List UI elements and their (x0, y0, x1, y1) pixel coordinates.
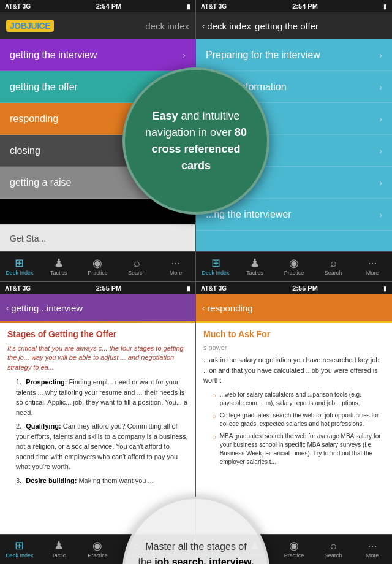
tab-label-search-q4: Search (325, 552, 342, 558)
battery-q3: ▮ (187, 285, 190, 292)
search-icon-q4: ⌕ (330, 540, 337, 551)
nav-bar-q3: ‹ getting...interview (0, 294, 195, 321)
tab-more-q4[interactable]: ··· More (353, 535, 392, 564)
battery-q2: ▮ (383, 3, 387, 10)
bullet-text-3: MBA graduates: search the web for averag… (220, 432, 385, 467)
nav-deck-index-q2: deck index (207, 21, 251, 31)
practice-icon-q3: ◉ (92, 540, 102, 551)
nav-bar-q2: ‹ deck index getting the offer (196, 12, 392, 39)
tab-search-q1[interactable]: ⌕ Search (117, 252, 156, 281)
menu-item-interview[interactable]: getting the interview › (0, 39, 195, 71)
nav-bar-q4: ‹ responding (196, 294, 392, 321)
tab-bar-q2: ⊞ Deck Index ♟ Tactics ◉ Practice ⌕ Sear… (196, 251, 392, 281)
carrier-q2: AT&T 3G (201, 3, 227, 10)
bullet-icon-3: ○ (212, 432, 216, 467)
tab-label-practice-q2: Practice (284, 270, 304, 276)
tab-tactics-q1[interactable]: ♟ Tactics (39, 252, 78, 281)
list-item-1: 1. Prospecting: Finding empl... need or … (16, 377, 188, 417)
tab-label-more-q1: More (170, 270, 183, 276)
status-bar-q4: AT&T 3G 2:55 PM ▮ (196, 282, 392, 294)
bullet-item-2: ○ College graduates: search the web for … (212, 411, 385, 429)
tab-search-q2[interactable]: ⌕ Search (314, 252, 353, 281)
tab-label-more-q4: More (366, 552, 379, 558)
bullet-item-1: ○ ...web for salary calculators and ...p… (212, 391, 385, 408)
get-started-bar: Get Sta... (0, 224, 195, 251)
easy-text: Easy (152, 110, 178, 122)
tab-label-tactics-q2: Tactics (246, 270, 263, 276)
back-arrow-q2[interactable]: ‹ (202, 21, 205, 31)
80-text: 80 cross referenced cards (151, 126, 247, 172)
practice-icon-q2: ◉ (289, 257, 299, 269)
q4-section-title: Much to Ask For (203, 329, 385, 339)
tab-label-practice-q3: Practice (88, 552, 108, 558)
tab-practice-q3[interactable]: ◉ Practice (78, 535, 118, 564)
list-term-2: Qualifying: (26, 422, 61, 430)
bullet-text-2: College graduates: search the web for jo… (220, 411, 385, 429)
arrow-preparing: › (379, 50, 382, 60)
center-green-circle: Easy and intuitive navigation in over 80… (123, 67, 270, 215)
nav-title-q2: getting the offer (255, 21, 318, 31)
nav-title-q3: getting...interview (11, 303, 83, 313)
tab-label-deck-q3: Deck Index (6, 552, 33, 558)
list-num-2: 2. (16, 422, 21, 430)
tab-label-more-q2: More (366, 270, 379, 276)
tab-practice-q1[interactable]: ◉ Practice (78, 252, 118, 281)
tab-deck-index-q3[interactable]: ⊞ Deck Index (0, 535, 39, 564)
search-icon-q2: ⌕ (330, 257, 337, 269)
q3-list: 1. Prospecting: Finding empl... need or … (7, 377, 188, 486)
back-arrow-q3[interactable]: ‹ (6, 303, 9, 313)
tab-tactic-q3[interactable]: ♟ Tactic (39, 535, 78, 564)
deck-index-icon-q2: ⊞ (211, 257, 221, 269)
deck-index-icon-q3: ⊞ (15, 540, 24, 551)
q4-bullets: ○ ...web for salary calculators and ...p… (203, 391, 385, 467)
tab-deck-index-q1[interactable]: ⊞ Deck Index (0, 252, 39, 281)
bullet-icon-1: ○ (212, 391, 216, 408)
tab-practice-q2[interactable]: ◉ Practice (274, 252, 314, 281)
tab-practice-q4[interactable]: ◉ Practice (274, 535, 314, 564)
logo-bar: JOBJUICE deck index (0, 12, 195, 39)
submenu-item-preparing[interactable]: Preparing for the interview › (196, 39, 392, 71)
center-circle-text: Easy and intuitive navigation in over 80… (125, 96, 267, 186)
tactics-icon-q1: ♟ (54, 257, 64, 269)
arrow-qas: › (379, 178, 382, 188)
battery-q4: ▮ (383, 285, 387, 292)
deck-index-icon-q1: ⊞ (15, 257, 24, 269)
more-icon-q4: ··· (368, 540, 377, 551)
submenu-label-interviewer: ...ng the interviewer (206, 209, 379, 220)
status-bar-q2: AT&T 3G 2:54 PM ▮ (196, 0, 392, 12)
submenu-label-preparing: Preparing for the interview (206, 50, 379, 61)
time-q4: 2:55 PM (227, 284, 383, 292)
tab-label-practice-q4: Practice (284, 552, 304, 558)
app-wrapper: AT&T 3G 2:54 PM ▮ JOBJUICE deck index ge… (0, 0, 392, 564)
tab-tactics-q2[interactable]: ♟ Tactics (235, 252, 274, 281)
battery-q1: ▮ (187, 3, 190, 10)
tab-label-practice-q1: Practice (88, 270, 108, 276)
list-term-1: Prospecting: (26, 378, 67, 386)
more-icon-q1: ··· (172, 257, 181, 269)
list-item-2: 2. Qualifying: Can they afford you? Comm… (16, 421, 188, 472)
bottom-circle-text: Master all the stages of the job search,… (125, 527, 267, 564)
tab-label-deck-q2: Deck Index (202, 270, 229, 276)
search-icon-q1: ⌕ (134, 257, 140, 269)
status-bar-q3: AT&T 3G 2:55 PM ▮ (0, 282, 195, 294)
tab-label-search-q1: Search (128, 270, 146, 276)
arrow-stories: › (379, 146, 382, 156)
tactic-icon-q3: ♟ (54, 540, 64, 551)
list-term-3: Desire building: (26, 477, 77, 484)
q3-intro-text: It's critical that you are always c... t… (7, 344, 188, 372)
tab-label-tactic-q3: Tactic (51, 552, 66, 558)
tab-bar-q1: ⊞ Deck Index ♟ Tactics ◉ Practice ⌕ Sear… (0, 251, 195, 281)
logo-job: JOB (10, 21, 26, 31)
get-started-label: Get Sta... (10, 234, 46, 243)
time-q2: 2:54 PM (227, 2, 383, 10)
arrow-req: › (379, 114, 382, 124)
menu-label-interview: getting the interview (10, 50, 183, 61)
tab-label-search-q2: Search (325, 270, 342, 276)
tab-search-q4[interactable]: ⌕ Search (314, 535, 353, 564)
tab-more-q1[interactable]: ··· More (156, 252, 195, 281)
tab-more-q2[interactable]: ··· More (353, 252, 392, 281)
q4-intro: ...ark in the salary negotiation you hav… (203, 355, 385, 386)
time-q3: 2:55 PM (31, 284, 187, 292)
tab-deck-index-q2[interactable]: ⊞ Deck Index (196, 252, 235, 281)
back-arrow-q4[interactable]: ‹ (202, 303, 205, 313)
